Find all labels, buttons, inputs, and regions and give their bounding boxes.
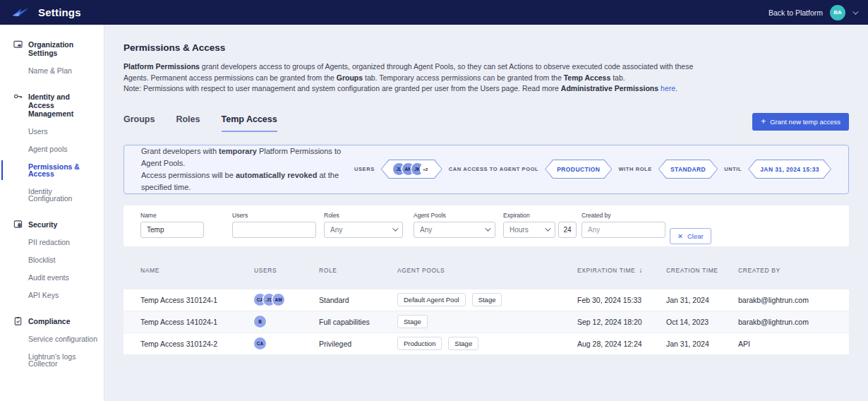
cell-name: Temp Access 310124-2 bbox=[140, 340, 254, 348]
sidebar-item-blocklist[interactable]: Blocklist bbox=[0, 253, 104, 266]
cell-role: Full capabilities bbox=[319, 318, 397, 326]
column-header-role[interactable]: ROLE bbox=[319, 267, 397, 274]
flow-users-label: USERS bbox=[354, 166, 375, 172]
chevron-down-icon[interactable] bbox=[852, 8, 858, 14]
agent-pool-chip: Default Agent Pool bbox=[397, 293, 466, 306]
security-icon bbox=[13, 220, 23, 229]
sidebar-section-identity-header[interactable]: Identity and Access Management bbox=[0, 92, 104, 118]
chevron-down-icon bbox=[485, 225, 490, 231]
banner-text-part: Access permissions will be bbox=[141, 171, 236, 179]
chevron-down-icon bbox=[392, 225, 398, 231]
user-avatar[interactable]: BA bbox=[830, 5, 845, 20]
cell-creation-time: Jan 31, 2024 bbox=[666, 340, 738, 348]
note-text: Note: Permissions with respect to user m… bbox=[123, 84, 561, 92]
sidebar-section-compliance-header[interactable]: Compliance bbox=[0, 317, 104, 325]
sidebar-section-label: Organization Settings bbox=[28, 40, 97, 57]
flow-until-label: UNTIL bbox=[724, 166, 742, 172]
column-header-agent-pools[interactable]: AGENT POOLS bbox=[397, 267, 577, 274]
back-to-platform-link[interactable]: Back to Platform bbox=[768, 8, 823, 17]
top-bar: Settings Back to Platform BA bbox=[0, 0, 868, 25]
tab-temp-access[interactable]: Temp Access bbox=[222, 114, 277, 132]
agent-pool-chip: Stage bbox=[397, 315, 428, 328]
cell-expiration-time: Feb 30, 2024 15:33 bbox=[577, 296, 666, 304]
here-link[interactable]: here bbox=[661, 84, 675, 92]
expiration-filter-label: Expiration bbox=[503, 212, 577, 219]
cell-name: Temp Access 310124-1 bbox=[140, 296, 254, 304]
tab-roles[interactable]: Roles bbox=[176, 114, 200, 132]
sidebar-item-pii-redaction[interactable]: PII redaction bbox=[0, 236, 104, 249]
sidebar-item-permissions-access[interactable]: Permissions & Access bbox=[1, 160, 104, 180]
sidebar-item-name-and-plan[interactable]: Name & Plan bbox=[0, 64, 104, 77]
sidebar-section-security: Security PII redaction Blocklist Audit e… bbox=[0, 220, 104, 301]
agent-pool-chip: Stage bbox=[472, 293, 502, 306]
column-header-expiration-time[interactable]: EXPIRATION TIME↓ bbox=[577, 266, 666, 274]
banner-text: Grant developers with temporary Platform… bbox=[141, 145, 354, 193]
filters-card: Name Users Roles Any Agent Pools Any Exp… bbox=[123, 205, 849, 246]
tab-groups[interactable]: Groups bbox=[123, 114, 155, 132]
sidebar-section-organization: Organization Settings Name & Plan bbox=[0, 40, 104, 77]
table-row[interactable]: Temp Access 141024-1 B Full capabilities… bbox=[123, 311, 849, 333]
page-title: Permissions & Access bbox=[123, 42, 849, 53]
app-title: Settings bbox=[38, 6, 81, 18]
flow-access-label: CAN ACCESS TO AGENT POOL bbox=[449, 166, 538, 172]
main-content: Permissions & Access Platform Permission… bbox=[104, 25, 868, 401]
note-bold-admin-permissions: Administrative Permissions bbox=[561, 84, 658, 92]
created-by-filter-input[interactable] bbox=[581, 222, 665, 238]
expiration-amount-input[interactable] bbox=[558, 222, 577, 238]
cell-users: CA bbox=[254, 337, 319, 349]
grant-new-temp-access-button[interactable]: + Grant new temp access bbox=[752, 113, 849, 131]
sidebar-item-api-keys[interactable]: API Keys bbox=[0, 289, 104, 301]
cell-created-by: API bbox=[738, 340, 832, 348]
table-row[interactable]: Temp Access 310124-1 CA JS AM Standard D… bbox=[123, 289, 849, 311]
roles-filter-value: Any bbox=[330, 226, 342, 234]
cell-created-by: barakb@lightrun.com bbox=[738, 296, 832, 304]
sidebar-item-users[interactable]: Users bbox=[0, 125, 104, 138]
table-row[interactable]: Temp Access 310124-2 CA Privileged Produ… bbox=[123, 333, 849, 355]
cell-expiration-time: Sep 12, 2024 18:20 bbox=[577, 318, 666, 326]
column-header-created-by[interactable]: CREATED BY bbox=[738, 267, 832, 274]
intro-text: tab. bbox=[610, 73, 625, 82]
roles-filter-select[interactable]: Any bbox=[324, 222, 403, 238]
column-header-creation-time[interactable]: CREATION TIME bbox=[666, 267, 738, 274]
column-header-users[interactable]: USERS bbox=[254, 267, 319, 274]
sidebar-item-identity-configuration[interactable]: Identity Configuration bbox=[0, 185, 104, 205]
sort-desc-icon[interactable]: ↓ bbox=[639, 266, 643, 274]
sidebar-item-service-configuration[interactable]: Service configuration bbox=[0, 333, 104, 345]
intro-paragraph: Platform Permissions grant developers ac… bbox=[123, 61, 706, 83]
cell-creation-time: Jan 31, 2024 bbox=[666, 296, 738, 304]
cell-role: Standard bbox=[319, 296, 397, 304]
chevron-down-icon bbox=[545, 225, 550, 231]
cell-users: CA JS AM bbox=[254, 294, 319, 306]
column-header-name[interactable]: NAME bbox=[140, 267, 254, 274]
agent-pools-filter-select[interactable]: Any bbox=[414, 222, 495, 238]
sidebar-section-security-header[interactable]: Security bbox=[0, 220, 104, 229]
sidebar-section-identity: Identity and Access Management Users Age… bbox=[0, 92, 104, 205]
roles-filter-label: Roles bbox=[324, 212, 403, 219]
users-filter-input[interactable] bbox=[232, 222, 316, 238]
clear-filters-button[interactable]: ✕ Clear bbox=[670, 228, 711, 244]
flow-role-label: WITH ROLE bbox=[618, 166, 651, 172]
intro-bold-platform-permissions: Platform Permissions bbox=[123, 62, 200, 71]
note-text: . bbox=[675, 84, 677, 92]
sidebar-item-audit-events[interactable]: Audit events bbox=[0, 271, 104, 284]
sidebar-item-lightrun-logs-collector[interactable]: Lightrun's logs Collector bbox=[0, 350, 104, 370]
expiration-unit-select[interactable]: Hours bbox=[503, 222, 555, 238]
cell-agent-pools: Stage bbox=[397, 315, 577, 328]
tabs-row: Groups Roles Temp Access + Grant new tem… bbox=[123, 113, 849, 132]
sidebar-section-compliance: Compliance Service configuration Lightru… bbox=[0, 317, 104, 370]
intro-bold-groups: Groups bbox=[337, 73, 363, 82]
cell-users: B bbox=[254, 316, 319, 328]
role-value: STANDARD bbox=[670, 166, 706, 173]
name-filter-label: Name bbox=[140, 212, 204, 219]
agent-pools-filter-label: Agent Pools bbox=[414, 212, 495, 219]
flow-user-avatars: JL AN JK +2 bbox=[393, 163, 430, 175]
sidebar-item-agent-pools[interactable]: Agent pools bbox=[0, 143, 104, 155]
sidebar-section-organization-header[interactable]: Organization Settings bbox=[0, 40, 104, 57]
name-filter-input[interactable] bbox=[140, 222, 204, 238]
banner-text-part: Grant developers with bbox=[141, 147, 219, 155]
intro-bold-temp-access: Temp Access bbox=[564, 73, 611, 82]
agent-pools-filter-value: Any bbox=[420, 226, 432, 234]
clear-button-label: Clear bbox=[687, 232, 704, 240]
agent-pool-chip: Stage bbox=[448, 337, 478, 350]
identity-icon bbox=[13, 92, 23, 101]
